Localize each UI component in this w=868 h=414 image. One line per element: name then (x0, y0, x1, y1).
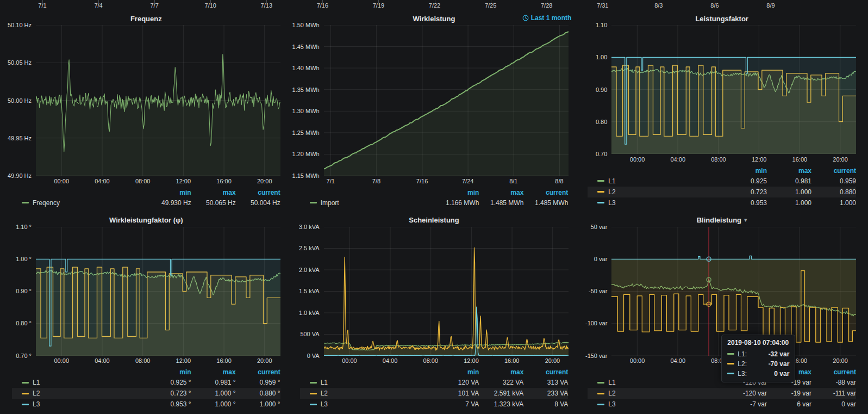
legend-row: L2-120 var-19 var-111 var (588, 388, 856, 399)
x-axis-label: 8/8 (555, 178, 563, 184)
legend-header-current[interactable]: current (811, 167, 856, 175)
legend-header-current[interactable]: current (236, 189, 280, 196)
timeline-tick-label: 8/6 (710, 2, 719, 9)
chart-svg (611, 25, 856, 154)
legend-value-current: 1.000 ° (236, 400, 280, 408)
panel-header: Wirkleistungfaktor (φ) ▾ (5, 214, 287, 227)
panel-title[interactable]: Leistungsfaktor (695, 15, 748, 23)
legend-header-max[interactable]: max (767, 167, 811, 175)
legend-value-min: 49.930 Hz (147, 199, 191, 207)
series-color-swatch (727, 353, 734, 355)
legend-header-current[interactable]: current (811, 368, 856, 376)
legend-value-current: 313 VA (523, 379, 568, 386)
panel-title[interactable]: Scheinleistung (409, 216, 459, 224)
chart: 1.50 MWh1.45 MWh1.40 MWh1.35 MWh1.30 MWh… (294, 25, 575, 187)
x-axis-label: 7/16 (416, 178, 428, 184)
y-axis-label: 0 VA (307, 353, 320, 359)
timeline-tick-label: 7/1 (38, 2, 46, 9)
legend-header-max[interactable]: max (191, 189, 236, 196)
time-range-badge[interactable]: Last 1 month (522, 14, 572, 22)
legend-header-min[interactable]: min (722, 167, 767, 175)
plot-area[interactable] (36, 25, 280, 176)
timeline-tick-label: 8/3 (654, 2, 663, 9)
chart: 3.0 kVA2.5 kVA2.0 kVA1.5 kVA1.0 kVA500 V… (294, 227, 575, 367)
legend-series-name[interactable]: L2 (608, 390, 615, 397)
legend-value-min: 0.925 ° (147, 379, 191, 386)
legend-header-current[interactable]: current (523, 368, 568, 376)
panel-title[interactable]: Wirkleistung (413, 15, 455, 23)
x-axis-label: 12:00 (176, 357, 191, 364)
legend-value-max: 1.323 kVA (479, 400, 523, 408)
x-axis-label: 08:00 (135, 357, 151, 364)
legend-series-name[interactable]: L2 (33, 390, 40, 397)
legend-row: L20.7231.0000.880 (588, 187, 856, 197)
plot-area[interactable] (611, 25, 856, 154)
tooltip-series-value: -70 var (760, 360, 790, 368)
y-axis-label: 50.10 Hz (8, 22, 32, 28)
plot-column: 00:0004:0008:0012:0016:0020:00 (611, 25, 856, 165)
plot-area[interactable] (324, 227, 569, 356)
plot-area[interactable] (36, 227, 280, 356)
series-color-swatch (727, 363, 734, 364)
legend-header-min[interactable]: min (147, 189, 191, 196)
series-color-swatch (22, 382, 29, 384)
legend-value-max: 1.485 MWh (479, 199, 523, 207)
chart-svg (36, 227, 280, 356)
y-axis-label: -100 var (585, 320, 607, 326)
x-axis-label: 00:00 (342, 357, 357, 364)
tooltip-series-label: L3: (738, 370, 747, 378)
x-axis-label: 04:00 (95, 357, 110, 364)
legend-header-max[interactable]: max (479, 368, 523, 376)
legend: minmaxcurrentL10.9250.9810.959L20.7231.0… (581, 165, 863, 209)
x-axis-label: 8/1 (509, 178, 517, 184)
chevron-down-icon[interactable]: ▾ (744, 217, 747, 224)
tooltip-series-value: -32 var (760, 350, 790, 358)
series-color-swatch (310, 202, 317, 203)
legend: minmaxcurrentFreqency49.930 Hz50.065 Hz5… (5, 187, 287, 209)
y-axis-label: 2.0 kVA (299, 267, 320, 273)
legend-series-name[interactable]: L2 (608, 188, 615, 196)
legend-value-max: 1.000 (767, 188, 811, 196)
y-axis-label: 1.40 MWh (292, 65, 320, 71)
legend-series-name[interactable]: L3 (321, 400, 328, 408)
legend-series-name[interactable]: Import (321, 199, 339, 207)
legend-header-max[interactable]: max (191, 368, 236, 376)
legend-series-name[interactable]: Freqency (33, 199, 60, 207)
legend-row: L1120 VA322 VA313 VA (300, 377, 569, 388)
legend-series-name[interactable]: L2 (321, 390, 328, 397)
panel-header: Wirkleistung ▾ Last 1 month (294, 12, 575, 25)
x-axis-label: 20:00 (545, 357, 560, 364)
panel-title[interactable]: Blindleistung (697, 216, 741, 224)
legend-header-current[interactable]: current (523, 189, 568, 196)
legend-series-name[interactable]: L3 (608, 400, 615, 408)
plot-area[interactable] (324, 25, 569, 176)
legend-header-min[interactable]: min (434, 189, 479, 196)
legend-header-current[interactable]: current (236, 368, 280, 376)
x-axis: 00:0004:0008:0012:0016:0020:00 (36, 176, 280, 187)
x-axis-label: 20:00 (257, 357, 272, 364)
legend-row: L2101 VA2.591 kVA233 VA (300, 388, 569, 399)
panel-title[interactable]: Wirkleistungfaktor (φ) (109, 216, 183, 224)
chart: 50.10 Hz50.05 Hz50.00 Hz49.95 Hz49.90 Hz… (5, 25, 287, 187)
legend-series-name[interactable]: L1 (321, 379, 328, 386)
y-axis-label: 1.5 kVA (299, 288, 320, 294)
legend-header-max[interactable]: max (479, 189, 523, 196)
timeline-tick-label: 7/22 (429, 2, 440, 9)
panel-wirkleistung: Wirkleistung ▾ Last 1 month 1.50 MWh1.45… (294, 12, 575, 209)
panel-title[interactable]: Frequenz (130, 15, 162, 23)
legend-value-min: 0.953 ° (147, 400, 191, 408)
legend-value-current: 0.880 ° (236, 390, 280, 397)
panel-leistungsfaktor: Leistungsfaktor ▾ 1.101.000.900.800.70 0… (581, 12, 863, 209)
legend-series-name[interactable]: L1 (608, 177, 615, 185)
legend-header-min[interactable]: min (147, 368, 191, 376)
y-axis-label: 1.0 kVA (299, 310, 320, 316)
legend-series-name[interactable]: L3 (608, 199, 615, 207)
legend-header-min[interactable]: min (434, 368, 479, 376)
legend-series-name[interactable]: L3 (33, 400, 40, 408)
series-color-swatch (597, 393, 604, 394)
y-axis-label: 1.00 (596, 54, 607, 60)
y-axis-label: 1.00 ° (16, 256, 32, 262)
x-axis-label: 7/1 (327, 178, 335, 184)
legend-series-name[interactable]: L1 (608, 379, 615, 386)
legend-series-name[interactable]: L1 (33, 379, 40, 386)
